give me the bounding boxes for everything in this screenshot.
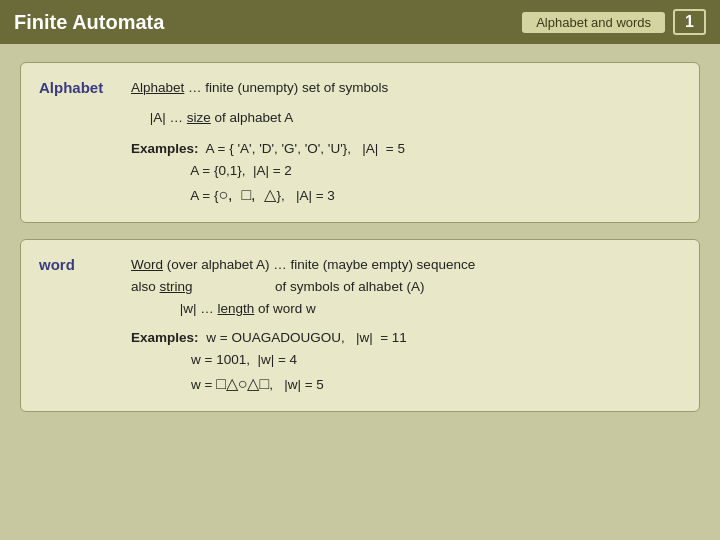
alphabet-example2-text: A = {0,1}, |A| = 2 xyxy=(131,163,292,178)
alphabet-examples-label: Examples: xyxy=(131,141,199,156)
length-underline: length xyxy=(218,301,255,316)
word-example1: w = OUAGADOUGOU, |w| = 11 xyxy=(206,330,407,345)
alphabet-example2: A = {0,1}, |A| = 2 xyxy=(131,160,681,182)
word-example2: w = 1001, |w| = 4 xyxy=(131,349,681,371)
word-def-lines: Word (over alphabet A) … finite (maybe e… xyxy=(131,254,681,319)
main-content: Alphabet Alphabet … finite (unempty) set… xyxy=(0,44,720,430)
word-def-line3: |w| … length of word w xyxy=(131,298,681,320)
alphabet-shapes: ○, □, △ xyxy=(218,186,276,203)
word-card: word Word (over alphabet A) … finite (ma… xyxy=(20,239,700,412)
word-examples-label: Examples: xyxy=(131,330,199,345)
string-underline: string xyxy=(160,279,193,294)
word-example3-text: w = □△○△□, |w| = 5 xyxy=(131,377,324,392)
alphabet-example3: A = {○, □, △}, |A| = 3 xyxy=(131,182,681,208)
badge-area: Alphabet and words 1 xyxy=(522,9,706,35)
alphabet-example3-text: A = {○, □, △}, |A| = 3 xyxy=(131,188,335,203)
word-def-line2: also string of symbols of alhabet (A) xyxy=(131,276,681,298)
page-title: Finite Automata xyxy=(14,11,522,34)
word-shapes: □△○△□ xyxy=(216,375,269,392)
size-underline: size xyxy=(187,110,211,125)
alphabet-label: Alphabet xyxy=(39,77,119,208)
slide-number: 1 xyxy=(673,9,706,35)
word-label: word xyxy=(39,254,119,397)
word-examples: Examples: w = OUAGADOUGOU, |w| = 11 xyxy=(131,327,681,349)
word-word-underline: Word xyxy=(131,257,163,272)
alphabet-example1: A = { 'A', 'D', 'G', 'O', 'U'}, |A| = 5 xyxy=(206,141,405,156)
alphabet-def-text1: Alphabet … finite (unempty) set of symbo… xyxy=(131,80,388,95)
alphabet-examples: Examples: A = { 'A', 'D', 'G', 'O', 'U'}… xyxy=(131,138,681,160)
section-badge: Alphabet and words xyxy=(522,12,665,33)
word-content: Word (over alphabet A) … finite (maybe e… xyxy=(131,254,681,397)
word-example2-text: w = 1001, |w| = 4 xyxy=(131,352,297,367)
alphabet-card: Alphabet Alphabet … finite (unempty) set… xyxy=(20,62,700,223)
header-bar: Finite Automata Alphabet and words 1 xyxy=(0,0,720,44)
alphabet-word-underline: Alphabet xyxy=(131,80,184,95)
alphabet-def-text2: |A| … size of alphabet A xyxy=(131,110,293,125)
alphabet-def-line2: |A| … size of alphabet A xyxy=(131,107,681,129)
word-example3: w = □△○△□, |w| = 5 xyxy=(131,371,681,397)
alphabet-content: Alphabet … finite (unempty) set of symbo… xyxy=(131,77,681,208)
alphabet-def-line1: Alphabet … finite (unempty) set of symbo… xyxy=(131,77,681,99)
word-def-line1: Word (over alphabet A) … finite (maybe e… xyxy=(131,254,681,276)
